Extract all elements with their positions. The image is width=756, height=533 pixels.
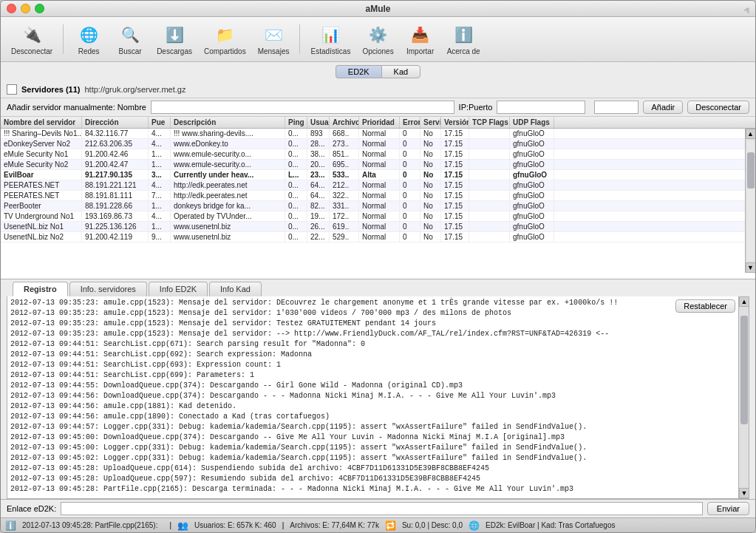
table-cell: Normal	[359, 222, 400, 231]
server-checkbox[interactable]	[7, 84, 17, 95]
table-cell: 851..	[330, 149, 359, 159]
table-scroll[interactable]: !!! Sharing–Devils No1...84.32.116.774..…	[1, 129, 745, 273]
table-scrollbar[interactable]: ▲ ▼	[745, 129, 755, 273]
table-row[interactable]: eDonkeyServer No2212.63.206.354...www.eD…	[1, 139, 745, 149]
status-bar: ℹ️ 2012-07-13 09:45:28: PartFile.cpp(216…	[1, 517, 755, 532]
th-ver: Versión	[441, 117, 469, 128]
toolbar-btn-mensajes[interactable]: ✉️Mensajes	[253, 21, 294, 58]
table-row[interactable]: PeerBooter88.191.228.661...donkeys bridg…	[1, 201, 745, 211]
log-scroll-track	[739, 307, 749, 488]
th-err: Error	[400, 117, 420, 128]
table-row[interactable]: !!! Sharing–Devils No1...84.32.116.774..…	[1, 129, 745, 139]
log-line: 2012-07-13 09:44:57: Logger.cpp(331): De…	[10, 422, 746, 432]
toolbar-btn-compartidos[interactable]: 📁Compartidos	[200, 21, 251, 58]
add-server-name-input[interactable]	[151, 101, 454, 114]
table-cell: 0...	[285, 211, 307, 221]
acerca-de-icon: ℹ️	[452, 23, 475, 47]
compartidos-label: Compartidos	[204, 47, 246, 55]
th-pri: Prioridad	[359, 117, 400, 128]
add-server-button[interactable]: Añadir	[643, 101, 683, 114]
table-cell: 0	[400, 180, 420, 190]
table-cell: 0...	[285, 222, 307, 231]
table-row[interactable]: PEERATES.NET88.191.81.1117...http://edk.…	[1, 191, 745, 201]
table-row[interactable]: TV Underground No1193.169.86.734...Opera…	[1, 211, 745, 222]
add-server-ip-input[interactable]	[497, 101, 585, 114]
toolbar: 🔌Desconectar🌐Redes🔍Buscar⬇️Descargas📁Com…	[1, 17, 755, 62]
kad-button[interactable]: Kad	[381, 65, 421, 78]
table-cell: 1...	[149, 222, 171, 231]
log-line: 2012-07-13 09:44:56: amule.cpp(1881): Ka…	[10, 401, 746, 412]
table-cell: PeerBooter	[1, 201, 82, 211]
table-cell: gfnuGloO	[510, 180, 554, 190]
table-cell: UsenetNL.biz No1	[1, 222, 82, 231]
tab-registro[interactable]: Registro	[13, 282, 68, 296]
log-line: 2012-07-13 09:35:23: amule.cpp(1523): Me…	[10, 298, 746, 308]
table-row[interactable]: eMule Security No291.200.42.471...www.em…	[1, 160, 745, 170]
table-cell: 193.169.86.73	[82, 211, 149, 221]
table-cell: 0...	[285, 191, 307, 200]
table-row[interactable]: UsenetNL.biz No191.225.136.1261...www.us…	[1, 222, 745, 232]
table-cell: 0	[400, 160, 420, 169]
table-row[interactable]: UsenetNL.biz No291.200.42.1199...www.use…	[1, 232, 745, 242]
mensajes-icon: ✉️	[262, 23, 285, 47]
log-scroll-down[interactable]: ▼	[739, 488, 749, 498]
restablecer-button[interactable]: Restablecer	[675, 299, 735, 313]
enlace-input[interactable]	[61, 502, 703, 515]
enviar-button[interactable]: Enviar	[707, 502, 749, 515]
table-row[interactable]: EvilBoar91.217.90.1353...Currently under…	[1, 170, 745, 180]
scroll-down-arrow[interactable]: ▼	[746, 262, 756, 273]
table-cell: 7...	[149, 191, 171, 200]
log-text[interactable]: 2012-07-13 09:35:23: amule.cpp(1523): Me…	[7, 296, 749, 498]
ed2k-button[interactable]: ED2K	[336, 65, 381, 78]
scroll-thumb[interactable]	[747, 152, 755, 189]
log-scroll-thumb[interactable]	[740, 316, 748, 424]
status-ed2k-kad: ED2k: EvilBoar | Kad: Tras Cortafuegos	[486, 521, 615, 529]
log-scrollbar[interactable]: ▲ ▼	[738, 296, 749, 498]
transfer-icon: 🔁	[385, 520, 396, 531]
table-cell: !!! Sharing–Devils No1...	[1, 129, 82, 138]
tab-info-kad[interactable]: Info Kad	[209, 282, 262, 296]
table-cell: 64...	[307, 191, 330, 200]
scroll-up-arrow[interactable]: ▲	[746, 129, 756, 139]
add-server-port-input[interactable]	[594, 101, 638, 114]
table-cell: 17.15	[441, 232, 469, 242]
maximize-button[interactable]	[35, 4, 44, 13]
log-scroll-up[interactable]: ▲	[739, 296, 749, 307]
table-cell: PEERATES.NET	[1, 180, 82, 190]
buscar-label: Buscar	[119, 47, 142, 55]
estadisticas-icon: 📊	[319, 23, 342, 47]
table-cell: No	[420, 139, 441, 149]
table-cell: www.emule-security.o...	[171, 160, 285, 169]
toolbar-btn-estadisticas[interactable]: 📊Estadísticas	[306, 21, 355, 58]
toolbar-btn-descargas[interactable]: ⬇️Descargas	[152, 21, 197, 58]
tab-info-ed2k[interactable]: Info ED2K	[149, 282, 208, 296]
disconnect-button[interactable]: Desconectar	[687, 101, 749, 114]
table-cell: 17.15	[441, 211, 469, 221]
toolbar-btn-redes[interactable]: 🌐Redes	[69, 21, 108, 58]
toolbar-btn-importar[interactable]: 📥Importar	[401, 21, 440, 58]
minimize-button[interactable]	[21, 4, 30, 13]
toolbar-btn-acerca-de[interactable]: ℹ️Acerca de	[443, 21, 485, 58]
table-cell: !!! www.sharing-devils....	[171, 129, 285, 138]
table-cell: 0...	[285, 149, 307, 159]
table-cell: Normal	[359, 160, 400, 169]
table-cell: Alta	[359, 170, 400, 180]
redes-icon: 🌐	[77, 23, 101, 47]
table-cell: No	[420, 180, 441, 190]
table-cell: 91.225.136.126	[82, 222, 149, 231]
toolbar-btn-opciones[interactable]: ⚙️Opciones	[358, 21, 398, 58]
redes-label: Redes	[78, 47, 100, 55]
toolbar-btn-buscar[interactable]: 🔍Buscar	[111, 21, 149, 58]
table-cell: http://edk.peerates.net	[171, 191, 285, 200]
compartidos-icon: 📁	[213, 23, 236, 47]
table-cell: 4...	[149, 129, 171, 138]
table-cell	[469, 129, 510, 138]
table-row[interactable]: PEERATES.NET88.191.221.1214...http://edk…	[1, 180, 745, 191]
table-cell: No	[420, 222, 441, 231]
scroll-track	[747, 140, 755, 261]
table-cell: No	[420, 129, 441, 138]
tab-info.-servidores[interactable]: Info. servidores	[69, 282, 147, 296]
close-button[interactable]	[7, 4, 16, 13]
toolbar-btn-desconectar[interactable]: 🔌Desconectar	[7, 21, 57, 58]
table-row[interactable]: eMule Security No191.200.42.461...www.em…	[1, 149, 745, 160]
